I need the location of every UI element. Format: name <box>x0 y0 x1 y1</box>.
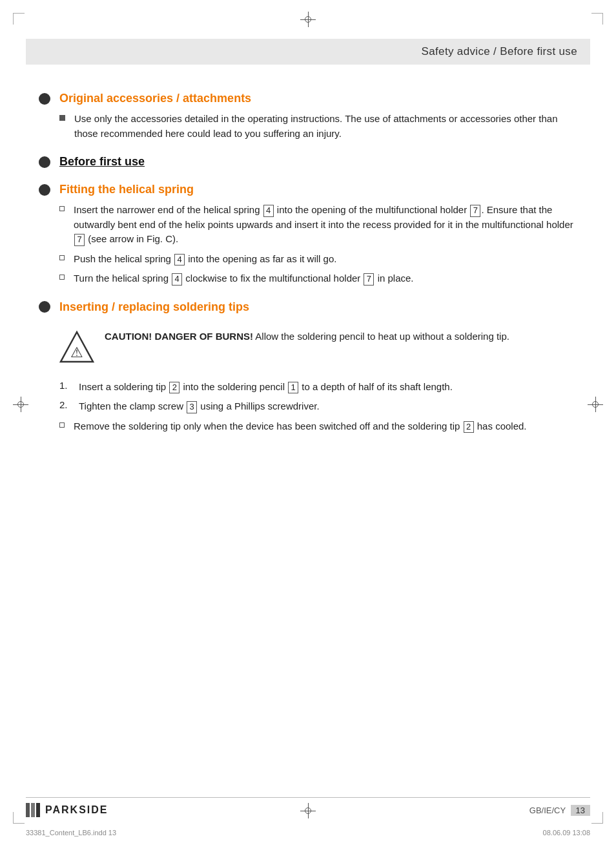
file-left: 33381_Content_LB6.indd 13 <box>26 829 116 837</box>
stripe-2 <box>31 803 35 817</box>
accessories-text-1: Use only the accessories detailed in the… <box>74 112 577 141</box>
num-2: 2. <box>59 399 72 410</box>
bullet-soldering <box>39 301 50 313</box>
extra-item: Remove the soldering tip only when the d… <box>59 419 577 434</box>
helical-text-1: Insert the narrower end of the helical s… <box>74 203 577 247</box>
corner-tr <box>591 13 603 25</box>
warning-body: Allow the soldering pencil to heat up wi… <box>255 331 509 342</box>
stripe-3 <box>36 803 40 817</box>
helical-text-2: Push the helical spring 4 into the openi… <box>74 252 336 267</box>
ref-3a: 3 <box>187 401 197 413</box>
bullet-small-square-2 <box>59 255 65 260</box>
bullet-square-1 <box>59 115 65 121</box>
numbered-text-2: Tighten the clamp screw 3 using a Philli… <box>79 399 320 414</box>
bullet-before-first-use <box>39 156 50 168</box>
bullet-small-square-1 <box>59 206 65 211</box>
accessories-item-1: Use only the accessories detailed in the… <box>59 112 577 141</box>
section-title-helical: Fitting the helical spring <box>59 183 194 196</box>
page-region: GB/IE/CY <box>529 806 566 815</box>
header-title: Safety advice / Before first use <box>422 45 577 57</box>
ref-4c: 4 <box>172 273 182 286</box>
bullet-helical <box>39 184 50 196</box>
file-right: 08.06.09 13:08 <box>543 829 590 837</box>
helical-item-3: Turn the helical spring 4 clockwise to f… <box>59 271 577 286</box>
section-helical-spring: Fitting the helical spring Insert the na… <box>39 183 577 286</box>
num-1: 1. <box>59 380 72 391</box>
brand-name: PARKSIDE <box>45 804 108 816</box>
crosshair-top <box>300 12 316 27</box>
ref-1a: 1 <box>288 382 298 394</box>
ref-2a: 2 <box>169 382 180 394</box>
numbered-text-1: Insert a soldering tip 2 into the solder… <box>79 380 453 395</box>
section-soldering-tips: Inserting / replacing soldering tips ⚠ C… <box>39 300 577 434</box>
extra-text: Remove the soldering tip only when the d… <box>74 419 527 434</box>
main-content: Original accessories / attachments Use o… <box>39 65 577 458</box>
warning-bold: CAUTION! DANGER OF BURNS! <box>105 331 253 342</box>
bullet-small-square-3 <box>59 275 65 280</box>
section-heading-before-first-use: Before first use <box>39 155 577 169</box>
section-heading-helical: Fitting the helical spring <box>39 183 577 196</box>
footer-line <box>26 797 590 798</box>
ref-4b: 4 <box>174 254 185 266</box>
header-bar: Safety advice / Before first use <box>26 39 590 65</box>
section-heading-soldering: Inserting / replacing soldering tips <box>39 300 577 314</box>
section-title-accessories: Original accessories / attachments <box>59 92 251 105</box>
section-title-before-first-use: Before first use <box>59 155 145 169</box>
ref-7b: 7 <box>74 234 85 246</box>
warning-icon: ⚠ <box>59 329 94 364</box>
footer-content: PARKSIDE GB/IE/CY 13 <box>26 803 590 817</box>
bullet-small-square-extra <box>59 422 65 428</box>
crosshair-right <box>588 397 603 412</box>
helical-item-2: Push the helical spring 4 into the openi… <box>59 252 577 267</box>
crosshair-left <box>13 397 28 412</box>
numbered-item-2: 2. Tighten the clamp screw 3 using a Phi… <box>59 399 577 414</box>
svg-text:⚠: ⚠ <box>70 344 83 360</box>
page-info: GB/IE/CY 13 <box>529 805 590 816</box>
ref-2b: 2 <box>464 421 474 433</box>
ref-7a: 7 <box>470 205 480 217</box>
helical-item-1: Insert the narrower end of the helical s… <box>59 203 577 247</box>
stripe-1 <box>26 803 30 817</box>
section-original-accessories: Original accessories / attachments Use o… <box>39 92 577 141</box>
brand-logo: PARKSIDE <box>26 803 108 817</box>
section-title-soldering: Inserting / replacing soldering tips <box>59 300 249 314</box>
numbered-item-1: 1. Insert a soldering tip 2 into the sol… <box>59 380 577 395</box>
ref-4a: 4 <box>263 205 274 217</box>
warning-text: CAUTION! DANGER OF BURNS! Allow the sold… <box>105 329 509 344</box>
ref-7c: 7 <box>364 273 374 286</box>
bottom-info: 33381_Content_LB6.indd 13 08.06.09 13:08 <box>26 829 590 837</box>
footer: PARKSIDE GB/IE/CY 13 <box>0 797 616 817</box>
helical-text-3: Turn the helical spring 4 clockwise to f… <box>74 271 414 286</box>
section-heading-accessories: Original accessories / attachments <box>39 92 577 105</box>
brand-stripes <box>26 803 40 817</box>
page-number: 13 <box>571 805 590 816</box>
section-before-first-use: Before first use <box>39 155 577 169</box>
corner-tl <box>13 13 25 25</box>
warning-box: ⚠ CAUTION! DANGER OF BURNS! Allow the so… <box>59 324 577 369</box>
bullet-accessories <box>39 93 50 105</box>
